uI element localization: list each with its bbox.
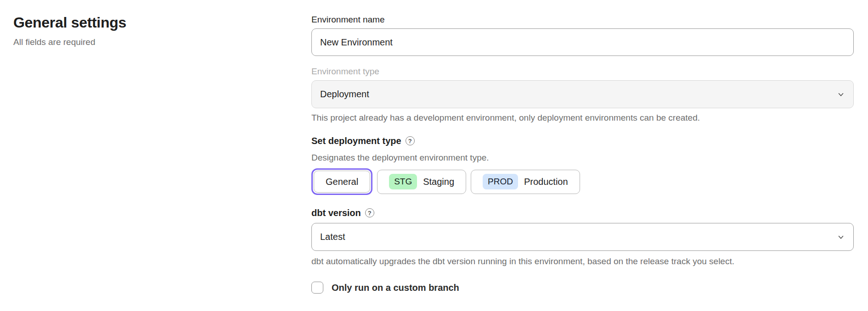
settings-header: General settings All fields are required xyxy=(13,14,271,48)
production-button-label: Production xyxy=(524,177,568,187)
deployment-type-heading-text: Set deployment type xyxy=(311,135,401,146)
environment-settings-form: Environment name Environment type Deploy… xyxy=(311,0,854,294)
dbt-version-value: Latest xyxy=(320,232,345,242)
deployment-type-options: General STG Staging PROD Production xyxy=(311,168,854,195)
chevron-down-icon xyxy=(837,233,845,241)
environment-type-value: Deployment xyxy=(320,89,369,100)
staging-button-label: Staging xyxy=(423,177,454,187)
dbt-version-select[interactable]: Latest xyxy=(311,223,854,251)
environment-type-select: Deployment xyxy=(311,80,854,108)
help-icon[interactable]: ? xyxy=(406,136,415,145)
environment-type-helper: This project already has a development e… xyxy=(311,112,854,123)
custom-branch-label[interactable]: Only run on a custom branch xyxy=(332,283,459,293)
dbt-version-heading: dbt version ? xyxy=(311,207,854,218)
deployment-type-helper: Designates the deployment environment ty… xyxy=(311,152,854,163)
general-button-label: General xyxy=(326,177,358,187)
dbt-version-heading-text: dbt version xyxy=(311,207,361,218)
environment-type-label: Environment type xyxy=(311,66,854,77)
help-icon[interactable]: ? xyxy=(365,208,374,217)
staging-badge: STG xyxy=(389,174,417,189)
dbt-version-helper: dbt automatically upgrades the dbt versi… xyxy=(311,256,854,267)
deployment-type-general-button[interactable]: General xyxy=(314,171,370,193)
chevron-down-icon xyxy=(837,90,845,99)
page-title: General settings xyxy=(13,14,271,31)
deployment-type-heading: Set deployment type ? xyxy=(311,135,854,146)
deployment-type-staging-button[interactable]: STG Staging xyxy=(377,170,466,194)
selected-option-ring: General xyxy=(311,168,372,195)
custom-branch-row: Only run on a custom branch xyxy=(311,282,854,294)
custom-branch-checkbox[interactable] xyxy=(311,282,323,294)
page-subtitle: All fields are required xyxy=(13,37,271,48)
environment-name-input[interactable] xyxy=(311,28,854,56)
environment-name-label: Environment name xyxy=(311,14,854,25)
production-badge: PROD xyxy=(483,174,518,189)
deployment-type-production-button[interactable]: PROD Production xyxy=(471,170,580,194)
